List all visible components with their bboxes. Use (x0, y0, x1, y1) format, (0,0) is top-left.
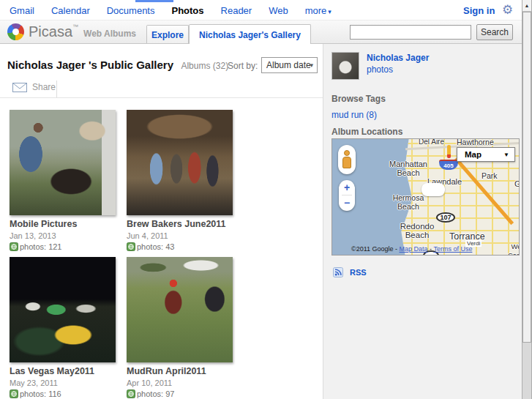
zoom-out-button[interactable]: − (339, 195, 355, 210)
gear-icon[interactable]: ⚙ (502, 2, 513, 18)
user-photos-link[interactable]: photos (367, 64, 393, 75)
album-photo-count: photos: 43 (137, 242, 174, 251)
gallery-main-content: Nicholas Jager 's Public Gallery Albums … (0, 44, 323, 399)
map-label-line: Beach (386, 202, 430, 211)
map-label-line: Redondo (391, 222, 443, 231)
nav-more[interactable]: more▾ (305, 5, 331, 16)
terms-of-use-link[interactable]: Terms of Use (433, 245, 472, 253)
search-button[interactable]: Search (476, 24, 513, 40)
map-label-line: Carson (508, 251, 520, 256)
nav-more-label: more (305, 5, 327, 16)
map-label-line: Beach (391, 231, 443, 239)
album-photo-count: photos: 116 (20, 389, 61, 398)
nav-calendar[interactable]: Calendar (51, 5, 90, 16)
album-title[interactable]: Las Vegas May2011 (10, 366, 116, 376)
nav-reader[interactable]: Reader (221, 5, 252, 16)
share-button[interactable]: Share (12, 82, 56, 92)
rss-label: RSS (350, 268, 367, 277)
album-thumbnail[interactable] (10, 110, 116, 215)
avatar[interactable] (331, 52, 359, 80)
album-card: MudRun April2011 Apr 10, 2011 photos: 97 (127, 257, 233, 398)
browse-tags-heading: Browse Tags (331, 94, 386, 104)
tag-mud-run-link[interactable]: mud run (8) (331, 110, 377, 120)
street-view-pegman-control[interactable] (338, 145, 356, 174)
public-globe-icon (127, 242, 135, 251)
route-107-shield: 107 (436, 212, 455, 223)
rss-link[interactable]: RSS (333, 267, 367, 277)
map-label-line: Manhattan (381, 160, 436, 168)
album-thumbnail[interactable] (127, 110, 233, 215)
map-data-link[interactable]: Map Data (400, 245, 428, 253)
picasa-wordmark-text: Picasa (29, 23, 72, 40)
map-photo-balloon[interactable] (422, 183, 445, 196)
map-type-value: Map (465, 150, 482, 159)
picasa-wordmark: Picasa™ (29, 23, 78, 40)
sort-dropdown[interactable]: Album date ▾ (261, 57, 318, 73)
right-sidebar: Nicholas Jager photos Browse Tags mud ru… (323, 44, 522, 399)
sort-by-label: Sort by: (228, 61, 258, 71)
chevron-down-icon: ▼ (503, 152, 509, 158)
pegman-icon-body (342, 157, 351, 168)
map-label-gardena-clipped: G (514, 179, 520, 188)
album-title[interactable]: Mobile Pictures (10, 219, 116, 229)
sign-in-link[interactable]: Sign in (463, 5, 495, 16)
public-globe-icon (127, 389, 135, 398)
sort-dropdown-value: Album date (266, 60, 311, 70)
zoom-in-button[interactable]: + (339, 180, 355, 195)
toolbar-divider (56, 81, 57, 97)
nav-gmail[interactable]: Gmail (10, 5, 34, 16)
album-card: Las Vegas May2011 May 23, 2011 photos: 1… (10, 257, 116, 398)
map-zoom-control: + − (339, 180, 355, 211)
map-label-hermosa-beach: HermosaBeach (386, 193, 430, 211)
map-label-line: West (508, 242, 520, 251)
album-date: Jun 4, 2011 (127, 231, 233, 240)
map-label-park: Park (482, 171, 498, 180)
share-toolbar: Share (0, 81, 323, 98)
album-locations-map[interactable]: Del Aire Hawthorne ManhattanBeach Lawnda… (331, 138, 520, 256)
envelope-icon (12, 83, 27, 92)
picasa-logo[interactable]: Picasa™ Web Albums (7, 23, 136, 40)
album-title[interactable]: MudRun April2011 (127, 366, 233, 376)
scrollbar-thumb[interactable] (522, 12, 531, 343)
tab-nicholas-jagers-gallery[interactable]: Nicholas Jager's Gallery (189, 24, 311, 44)
public-globe-icon (10, 242, 18, 251)
picasa-web-albums-page: Gmail Calendar Documents Photos Reader W… (0, 0, 532, 399)
album-thumbnail[interactable] (127, 257, 233, 362)
map-marker-pin[interactable] (447, 145, 451, 158)
map-label-manhattan-beach: ManhattanBeach (381, 160, 436, 177)
rss-icon (333, 267, 343, 277)
map-copyright-text: ©2011 Google - (351, 245, 400, 253)
album-card: Brew Bakers June2011 Jun 4, 2011 photos:… (127, 110, 233, 251)
album-card: Mobile Pictures Jan 13, 2013 photos: 121 (10, 110, 116, 251)
map-type-dropdown[interactable]: Map ▼ (457, 147, 515, 162)
interstate-405-shield: 405 (439, 160, 458, 170)
map-label-redondo-beach: RedondoBeach (391, 222, 443, 239)
share-label: Share (32, 82, 56, 92)
search-input[interactable] (350, 25, 471, 40)
album-locations-heading: Album Locations (331, 127, 402, 137)
chevron-down-icon: ▾ (310, 58, 313, 72)
nav-documents[interactable]: Documents (107, 5, 155, 16)
user-name-link[interactable]: Nicholas Jager (367, 53, 429, 63)
album-title[interactable]: Brew Bakers June2011 (127, 219, 233, 229)
picasa-pinwheel-icon (7, 23, 24, 40)
trademark-symbol: ™ (72, 23, 78, 30)
album-date: Apr 10, 2011 (127, 379, 233, 387)
map-copyright: ©2011 Google - Map Data - Terms of Use (351, 245, 472, 253)
album-thumbnail[interactable] (10, 257, 116, 362)
nav-web[interactable]: Web (269, 5, 288, 16)
map-label-del-aire: Del Aire (419, 138, 444, 146)
google-top-bar: Gmail Calendar Documents Photos Reader W… (0, 0, 522, 20)
picasa-header-strip: Picasa™ Web Albums Explore Nicholas Jage… (0, 20, 522, 44)
vertical-scrollbar[interactable]: ▲ (522, 0, 532, 399)
album-photo-count: photos: 97 (137, 389, 174, 398)
nav-photos[interactable]: Photos (171, 5, 203, 16)
map-label-west-carson: WestCarson (508, 242, 520, 256)
web-albums-label: Web Albums (83, 29, 136, 39)
albums-count: Albums (32) (181, 61, 228, 71)
scrollbar-up-arrow[interactable]: ▲ (522, 0, 531, 12)
tab-explore[interactable]: Explore (146, 25, 189, 43)
map-label-line: Beach (381, 168, 436, 177)
album-date: May 23, 2011 (10, 379, 116, 387)
page-title: Nicholas Jager 's Public Gallery (7, 59, 173, 71)
